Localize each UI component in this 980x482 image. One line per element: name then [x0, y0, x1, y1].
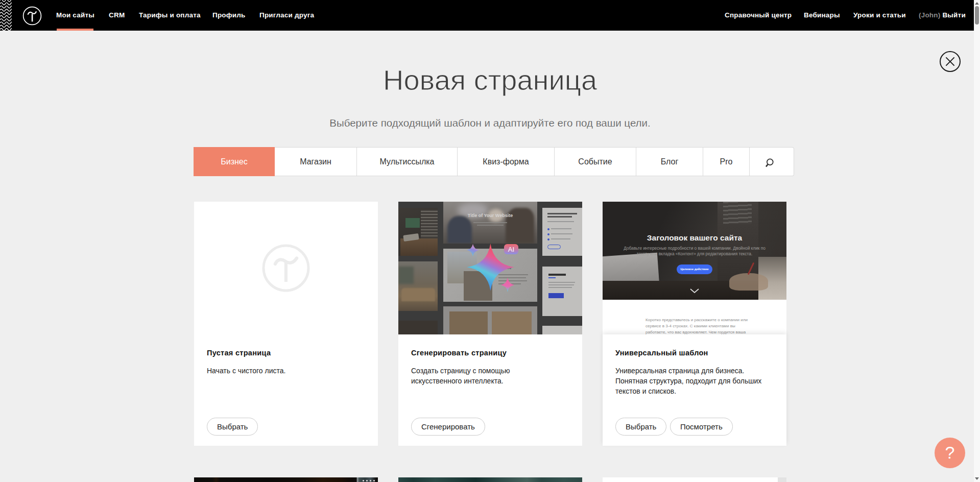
svg-text:AI: AI	[508, 246, 514, 253]
